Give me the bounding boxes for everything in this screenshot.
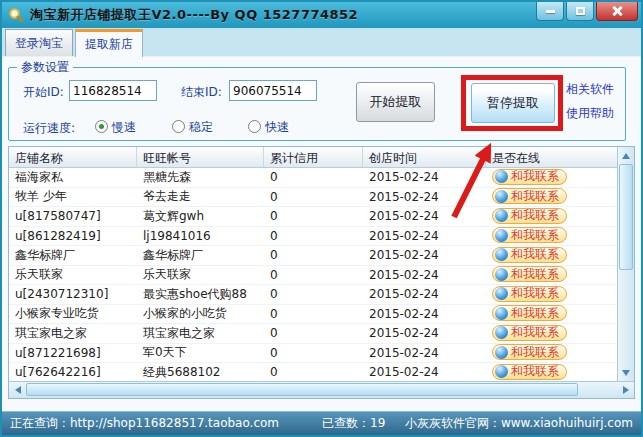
radio-slow-label: 慢速 [112,120,136,134]
header-created[interactable]: 创店时间 [363,147,486,167]
header-credit[interactable]: 累计信用 [264,147,363,167]
contact-me-button[interactable]: 和我联系 [492,305,567,321]
created-cell: 2015-02-24 [363,365,486,379]
radio-slow-dot[interactable] [95,120,108,133]
contact-me-button[interactable]: 和我联系 [492,227,567,243]
wangwang-icon [495,365,508,378]
wangwang-icon [495,346,508,359]
tab-extract-new-shops[interactable]: 提取新店 [75,29,143,57]
status-querying: 正在查询：http://shop116828517.taobao.com [10,415,279,432]
status-bar: 正在查询：http://shop116828517.taobao.com 已查数… [2,411,641,435]
wangwang-cell: 黑糖先森 [137,169,264,186]
link-related-software[interactable]: 相关软件 [566,77,614,101]
radio-fast[interactable]: 快速 [248,119,289,136]
horizontal-scrollbar[interactable] [9,381,634,398]
radio-fast-dot[interactable] [248,120,261,133]
radio-fast-label: 快速 [265,120,289,134]
radio-slow[interactable]: 慢速 [95,119,136,136]
end-id-input[interactable] [229,80,317,101]
contact-me-label: 和我联系 [511,325,559,342]
header-online[interactable]: 是否在线 [486,147,617,167]
start-id-input[interactable] [69,80,157,101]
close-button[interactable] [596,2,638,21]
maximize-icon [576,7,585,15]
credit-cell: 0 [264,287,363,301]
pause-extract-button[interactable]: 暂停提取 [471,83,555,123]
right-arrow-icon [623,386,629,394]
table-body: 福海家私 黑糖先森 0 2015-02-24 和我联系 牧羊 少年 爷去走走 0… [9,168,617,381]
contact-me-label: 和我联系 [511,364,559,381]
status-website[interactable]: 小灰灰软件官网：www.xiaohuihuirj.com [405,415,633,432]
table-row[interactable]: u[762642216] 经典5688102 0 2015-02-24 和我联系 [9,363,617,381]
wangwang-cell: 葛文辉gwh [137,208,264,225]
wangwang-cell: 爷去走走 [137,188,264,205]
table-row[interactable]: 鑫华标牌厂 鑫华标牌厂 0 2015-02-24 和我联系 [9,246,617,266]
contact-me-button[interactable]: 和我联系 [492,266,567,282]
scroll-down-button[interactable] [618,364,634,381]
contact-me-label: 和我联系 [511,247,559,264]
credit-cell: 0 [264,365,363,379]
online-cell: 和我联系 [486,266,617,284]
contact-me-button[interactable]: 和我联系 [492,169,567,185]
online-cell: 和我联系 [486,169,617,187]
contact-me-label: 和我联系 [511,227,559,244]
online-cell: 和我联系 [486,188,617,206]
shop-name-cell: 乐天联家 [9,266,137,283]
side-links: 相关软件 使用帮助 [566,77,614,125]
vertical-scroll-thumb[interactable] [619,164,633,270]
wangwang-cell: 最实惠shoe代购88 [137,286,264,303]
table-row[interactable]: u[2430712310] 最实惠shoe代购88 0 2015-02-24 和… [9,285,617,305]
tab-strip: 登录淘宝 提取新店 [2,28,641,56]
wangwang-cell: 鑫华标牌厂 [137,247,264,264]
link-usage-help[interactable]: 使用帮助 [566,101,614,125]
header-shop-name[interactable]: 店铺名称 [9,147,137,167]
contact-me-label: 和我联系 [511,266,559,283]
contact-me-button[interactable]: 和我联系 [492,325,567,341]
minimize-icon [546,10,555,13]
minimize-button[interactable] [536,2,564,21]
wangwang-cell: 小猴家的小吃货 [137,305,264,322]
params-group-title: 参数设置 [17,59,73,76]
contact-me-button[interactable]: 和我联系 [492,247,567,263]
header-wangwang[interactable]: 旺旺帐号 [137,147,264,167]
contact-me-button[interactable]: 和我联系 [492,286,567,302]
scroll-left-button[interactable] [9,382,26,398]
contact-me-label: 和我联系 [511,188,559,205]
wangwang-icon [495,326,508,339]
contact-me-button[interactable]: 和我联系 [492,364,567,380]
radio-stable-dot[interactable] [172,120,185,133]
horizontal-scroll-thumb[interactable] [26,383,578,396]
app-window: 淘宝新开店铺提取王V2.0----By QQ 1527774852 登录淘宝 提… [0,0,643,437]
table-row[interactable]: u[817580747] 葛文辉gwh 0 2015-02-24 和我联系 [9,207,617,227]
wangwang-icon [495,287,508,300]
maximize-button[interactable] [566,2,594,21]
table-row[interactable]: 牧羊 少年 爷去走走 0 2015-02-24 和我联系 [9,188,617,208]
scroll-up-button[interactable] [618,147,634,164]
tab-login-taobao[interactable]: 登录淘宝 [5,29,73,56]
start-extract-button[interactable]: 开始提取 [356,82,435,122]
table-row[interactable]: 琪宝家电之家 琪宝家电之家 0 2015-02-24 和我联系 [9,324,617,344]
contact-me-button[interactable]: 和我联系 [492,208,567,224]
created-cell: 2015-02-24 [363,229,486,243]
contact-me-label: 和我联系 [511,208,559,225]
end-id-label: 结束ID: [181,84,222,101]
left-arrow-icon [15,386,21,394]
shop-name-cell: u[861282419] [9,229,137,243]
contact-me-label: 和我联系 [511,286,559,303]
vertical-scrollbar[interactable] [617,147,634,381]
table-row[interactable]: u[861282419] lj19841016 0 2015-02-24 和我联… [9,227,617,247]
down-arrow-icon [622,370,630,376]
table-row[interactable]: 乐天联家 乐天联家 0 2015-02-24 和我联系 [9,266,617,286]
table-row[interactable]: 福海家私 黑糖先森 0 2015-02-24 和我联系 [9,168,617,188]
credit-cell: 0 [264,307,363,321]
contact-me-label: 和我联系 [511,169,559,186]
online-cell: 和我联系 [486,247,617,265]
contact-me-button[interactable]: 和我联系 [492,344,567,360]
online-cell: 和我联系 [486,344,617,362]
table-row[interactable]: 小猴家专业吃货 小猴家的小吃货 0 2015-02-24 和我联系 [9,305,617,325]
contact-me-button[interactable]: 和我联系 [492,188,567,204]
table-row[interactable]: u[871221698] 军0天下 0 2015-02-24 和我联系 [9,344,617,364]
radio-stable[interactable]: 稳定 [172,119,213,136]
scroll-right-button[interactable] [617,382,634,398]
tab-page: 参数设置 开始ID: 结束ID: 开始提取 暂停提取 相关软件 使用帮助 运行速… [2,56,641,411]
